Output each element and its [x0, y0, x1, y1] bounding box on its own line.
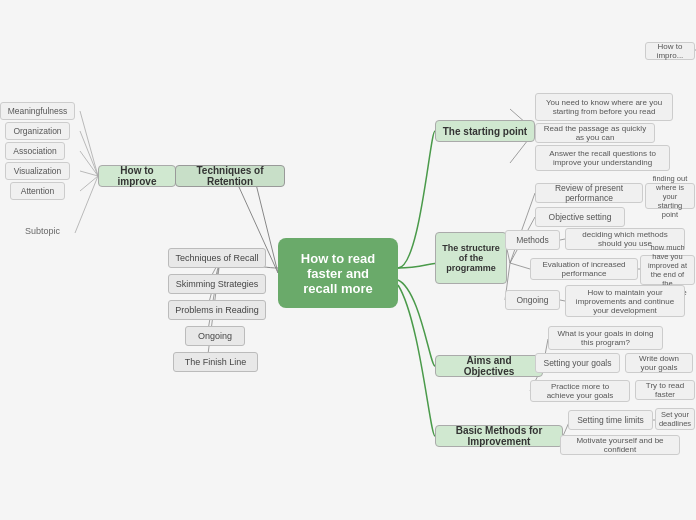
- practice-node: Practice more to achieve your goals: [530, 380, 630, 402]
- starting-point-node: The starting point: [435, 120, 535, 142]
- finish-line-node: The Finish Line: [173, 352, 258, 372]
- organization-node: Organization: [5, 122, 70, 140]
- mindmap-container: How to read faster and recall more How t…: [0, 0, 696, 520]
- svg-line-8: [80, 176, 98, 191]
- evaluation-node: Evaluation of increased performance: [530, 258, 638, 280]
- svg-line-16: [510, 263, 530, 269]
- write-goals-node: Write down your goals: [625, 353, 693, 373]
- setting-goals-node: Setting your goals: [535, 353, 620, 373]
- ongoing-right-node: Ongoing: [505, 290, 560, 310]
- techniques-recall-node: Techniques of Recall: [168, 248, 266, 268]
- methods-node: Methods: [505, 230, 560, 250]
- review-node: Review of present performance: [535, 183, 643, 203]
- aims-leaf1-node: What is your goals in doing this program…: [548, 326, 663, 350]
- how-to-improve-top-node: How to impro...: [645, 42, 695, 60]
- skimming-node: Skimming Strategies: [168, 274, 266, 294]
- svg-line-6: [80, 151, 98, 176]
- center-node: How to read faster and recall more: [278, 238, 398, 308]
- structure-node: The structure of the programme: [435, 232, 507, 284]
- attention-node: Attention: [10, 182, 65, 200]
- svg-line-5: [80, 131, 98, 176]
- svg-line-13: [510, 193, 535, 263]
- meaningfulness-node: Meaningfulness: [0, 102, 75, 120]
- ongoing-left-node: Ongoing: [185, 326, 245, 346]
- sp-leaf1-node: You need to know where are you starting …: [535, 93, 673, 121]
- aims-node: Aims and Objectives: [435, 355, 543, 377]
- subtopic-node: Subtopic: [15, 222, 70, 240]
- evaluation-leaf-node: how much have you improved at the end of…: [640, 255, 695, 285]
- try-read-node: Try to read faster: [635, 380, 695, 400]
- how-to-improve-node: How to improve: [98, 165, 176, 187]
- setting-time-node: Setting time limits: [568, 410, 653, 430]
- visualization-node: Visualization: [5, 162, 70, 180]
- set-deadline-node: Set your deadlines: [655, 408, 695, 430]
- motivate-node: Motivate yourself and be confident: [560, 435, 680, 455]
- techniques-retention-node: Techniques of Retention: [175, 165, 285, 187]
- ongoing-leaf-node: How to maintain your improvements and co…: [565, 285, 685, 317]
- problems-reading-node: Problems in Reading: [168, 300, 266, 320]
- svg-line-33: [207, 260, 220, 336]
- association-node: Association: [5, 142, 65, 160]
- objective-setting-node: Objective setting: [535, 207, 625, 227]
- sp-leaf3-node: Answer the recall questions to improve y…: [535, 145, 670, 171]
- basic-methods-node: Basic Methods for Improvement: [435, 425, 563, 447]
- review-leaf-node: finding out where is your starting point: [645, 183, 695, 209]
- svg-line-9: [75, 176, 98, 233]
- sp-leaf2-node: Read the passage as quickly as you can: [535, 123, 655, 143]
- svg-line-7: [80, 171, 98, 176]
- svg-line-4: [80, 111, 98, 176]
